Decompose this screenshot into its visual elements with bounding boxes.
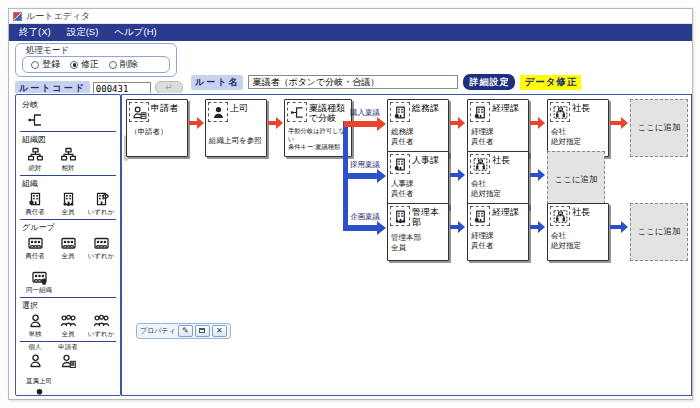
palette-section-organization: 組織 責任者 全員 いずれか [20, 176, 116, 220]
node-title: 経理課 [492, 102, 519, 114]
node-boss[interactable]: 上司 組織上司を参照 [205, 99, 267, 157]
palette-item-label: 絶対 [29, 164, 42, 173]
node-subtext: 条件キー:稟議種類 [288, 143, 340, 150]
palette-item-select-single[interactable]: 単独 [22, 312, 48, 339]
node-subtext: 全員 [391, 243, 406, 252]
branch-icon [25, 111, 45, 129]
palette-item-individual[interactable]: 個人 [22, 343, 48, 370]
add-here-slot-1[interactable]: ここに追加 [630, 99, 688, 157]
palette-item-label: 個人 [29, 343, 42, 352]
node-shacho-3[interactable]: 社長 会社絶対指定 [547, 203, 609, 261]
node-subtext: 会社 [551, 231, 566, 240]
menu-help[interactable]: ヘルプ(H) [114, 26, 156, 39]
node-title: 社長 [572, 206, 590, 218]
detail-settings-button[interactable]: 詳細設定 [463, 74, 515, 90]
app-icon [13, 12, 22, 21]
palette-item-label: 相対 [62, 164, 75, 173]
palette-item-orgchart-absolute[interactable]: 絶対 [22, 146, 48, 173]
palette-item-branch[interactable] [22, 111, 48, 129]
palette-section-branch: 分岐 [20, 97, 116, 132]
radio-delete[interactable]: 削除 [109, 58, 138, 71]
palette-item-select-any[interactable]: いずれか [88, 312, 114, 339]
workflow-canvas[interactable]: 申請者 （申請者） 上司 組織上司を参照 稟議種類で分岐 手動分岐は許可しない条… [121, 94, 692, 396]
node-soumu[interactable]: 総務課 総務課責任者 [387, 99, 449, 157]
palette-item-group-manager[interactable]: 責任者 [22, 234, 48, 261]
data-edit-toggle[interactable]: データ修正 [520, 75, 581, 90]
palette-item-label: 申請者 [58, 343, 78, 352]
palette-item-group-same-org[interactable]: 同一組織 [22, 268, 56, 295]
palette-item-label: 全員 [62, 208, 75, 217]
node-subtext: 責任者 [471, 241, 494, 250]
palette-item-label: 全員 [62, 252, 75, 261]
node-title: 上司 [230, 102, 248, 114]
node-shacho-2[interactable]: 社長 会社絶対指定 [467, 151, 529, 209]
palette-item-group-any[interactable]: いずれか [88, 234, 114, 261]
window-icon[interactable] [195, 325, 210, 337]
add-here-slot-3[interactable]: ここに追加 [630, 203, 688, 261]
group-all-icon [58, 234, 78, 252]
palette-item-applicant[interactable]: 申請者 [55, 343, 81, 370]
main-area: 分岐 組織図 絶対 相対 組織 責任者 全員 いずれか [9, 93, 692, 399]
node-title: 申請者 [151, 102, 178, 114]
menu-bar: 終了(X) 設定(S) ヘルプ(H) [9, 24, 692, 41]
property-toolbar: プロパティ ✎ ✕ [136, 323, 231, 339]
palette-item-group-all[interactable]: 全員 [55, 234, 81, 261]
menu-settings[interactable]: 設定(S) [67, 26, 99, 39]
radio-delete-dot[interactable] [109, 61, 117, 69]
person-boss-icon [208, 102, 228, 122]
node-kanri[interactable]: 管理本部 管理本部全員 [387, 203, 449, 261]
node-title: 管理本部 [412, 206, 446, 228]
close-icon[interactable]: ✕ [212, 325, 227, 337]
route-name-row: ルート名 詳細設定 データ修正 [191, 74, 581, 90]
node-shacho-1[interactable]: 社長 会社絶対指定 [547, 99, 609, 157]
node-subtext: 絶対指定 [551, 137, 581, 146]
branch-arrow-purchase[interactable] [344, 117, 386, 131]
add-here-slot-2[interactable]: ここに追加 [547, 151, 605, 209]
node-branch-split[interactable]: 稟議種類で分岐 手動分岐は許可しない条件キー:稟議種類 [284, 99, 352, 157]
palette-item-orgchart-relative[interactable]: 相対 [55, 146, 81, 173]
node-keiri-1[interactable]: 経理課 経理課責任者 [467, 99, 529, 157]
palette-item-label: 全員 [62, 330, 75, 339]
node-subtext: 経理課 [471, 231, 494, 240]
palette-section-title: グループ [22, 222, 116, 233]
building-all-icon [58, 190, 78, 208]
header-panel: 処理モード 登録 修正 削除 ルートコード ↵ ルート名 詳細設定 データ修正 [9, 41, 692, 91]
node-subtext: （申請者） [130, 127, 168, 136]
connector-arrow [610, 117, 628, 129]
radio-register[interactable]: 登録 [31, 58, 60, 71]
person-single-icon [25, 312, 45, 330]
radio-register-dot[interactable] [31, 61, 39, 69]
building-manager-icon [25, 190, 45, 208]
people-all-icon [58, 312, 78, 330]
connector-arrow [268, 117, 283, 129]
palette-item-org-all[interactable]: 全員 [55, 190, 81, 217]
person-boss-icon [29, 386, 49, 396]
route-editor-window: ルートエディタ 終了(X) 設定(S) ヘルプ(H) 処理モード 登録 修正 削… [8, 8, 693, 400]
node-subtext: 会社 [471, 179, 486, 188]
node-jinji[interactable]: 人事課 人事課責任者 [387, 151, 449, 209]
node-subtext: 総務課 [391, 127, 414, 136]
palette-item-direct-boss[interactable]: 直属上司 [22, 377, 56, 396]
node-keiri-2[interactable]: 経理課 経理課責任者 [467, 203, 529, 261]
branch-arrow-hiring[interactable] [344, 169, 386, 183]
node-subtext: 手動分岐は許可しない [288, 127, 345, 142]
palette-section-title: 組織 [22, 178, 116, 189]
palette-item-select-all[interactable]: 全員 [55, 312, 81, 339]
palette-item-org-any[interactable]: いずれか [88, 190, 114, 217]
radio-modify[interactable]: 修正 [70, 58, 99, 71]
node-subtext: 管理本部 [391, 233, 421, 242]
node-subtext: 責任者 [391, 137, 414, 146]
person-icon [25, 352, 45, 370]
menu-exit[interactable]: 終了(X) [19, 26, 51, 39]
node-applicant[interactable]: 申請者 （申請者） [126, 99, 188, 157]
stamp-icon[interactable]: ✎ [178, 325, 193, 337]
node-subtext: 責任者 [391, 189, 414, 198]
person-doc-icon [58, 352, 78, 370]
mode-radio-row: 登録 修正 削除 [22, 56, 170, 73]
radio-modify-dot[interactable] [70, 61, 78, 69]
route-name-input[interactable] [248, 75, 458, 89]
palette-item-label: 責任者 [25, 208, 45, 217]
branch-arrow-planning[interactable] [344, 221, 386, 235]
palette-item-org-manager[interactable]: 責任者 [22, 190, 48, 217]
palette-item-label: いずれか [88, 208, 115, 217]
